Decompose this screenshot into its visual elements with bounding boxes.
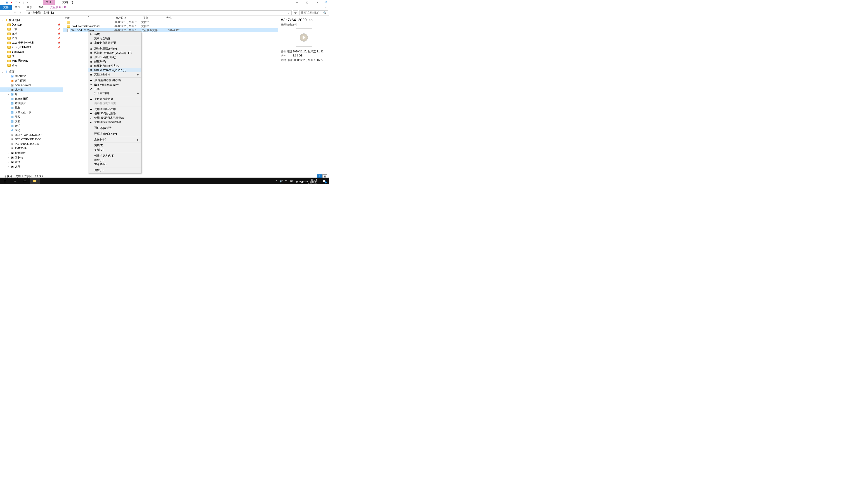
context-menu-item[interactable]: ◆用 蜂蜜浏览器 浏览(3) [88,78,141,83]
back-button[interactable]: ← [1,11,5,14]
file-row[interactable]: BaiduNetdiskDownload2020/12/25, 星期五 1...… [63,24,278,28]
nav-desktop-item[interactable]: ›▣此电脑 [0,88,63,92]
breadcrumb-pc[interactable]: 此电脑 [33,11,41,15]
col-date[interactable]: 修改日期 [114,15,141,20]
context-menu-item[interactable]: ●使用 360进行木马云查杀 [88,116,141,120]
breadcrumb-drive[interactable]: 文档 (E:) [43,11,54,15]
nav-other-item[interactable]: ›▣文件 [0,164,63,169]
qat-props-icon[interactable]: ▦ [5,1,9,4]
context-menu-item[interactable]: ✎Edit with Notepad++ [88,83,141,87]
context-menu-item[interactable]: 通过QQ发送到 [88,126,141,130]
context-menu-item[interactable]: 剪切(T) [88,143,141,148]
context-menu-item[interactable]: 还原以前的版本(V) [88,132,141,136]
recent-dropdown[interactable]: ▾ [13,12,17,14]
nav-desktop-item[interactable]: ▣OneDrive [0,74,63,78]
task-view-button[interactable]: ▭ [20,177,30,184]
tray-overflow-icon[interactable]: ^ [276,180,277,182]
taskbar-explorer[interactable] [30,177,40,184]
nav-network-pc[interactable]: 🖥DESKTOP-NJEU3CG [0,137,63,142]
context-menu-item[interactable]: ▦其他压缩命令▶ [88,72,141,76]
nav-quick-item[interactable]: 图片 [0,63,63,68]
tab-home[interactable]: 主页 [12,5,24,10]
col-size[interactable]: 大小 [164,15,182,20]
nav-lib-item[interactable]: ▥保存的图片 [0,96,63,101]
qat-undo-icon[interactable]: ↺ [13,1,17,4]
context-menu-item[interactable]: 刻录光盘映像 [88,36,141,41]
nav-quick-item[interactable]: excel表格制作求和📌 [0,40,63,45]
col-name[interactable]: 名称▴ [63,15,114,20]
context-menu-item[interactable]: 属性(R) [88,168,141,172]
refresh-button[interactable]: ⟳ [293,10,298,15]
nav-desktop-item[interactable]: ›▣库 [0,92,63,96]
notification-button[interactable]: 💬3 [320,177,328,184]
qat-customize-icon[interactable]: ▾ [26,1,29,4]
nav-quick-access[interactable]: ⌄★快速访问 [0,18,63,22]
col-type[interactable]: 类型 [141,15,164,20]
maximize-button[interactable]: ▢ [302,0,312,4]
tray-ime-icon[interactable]: 中 [285,180,287,183]
tab-disc-image-tools[interactable]: 光盘映像工具 [47,5,70,10]
context-menu-item[interactable]: ◆使用 360强力删除 [88,111,141,116]
nav-quick-item[interactable]: 图片📌 [0,36,63,40]
nav-lib-item[interactable]: ▥音乐 [0,124,63,128]
breadcrumb[interactable]: 🖥 › 此电脑 › 文档 (E:) › ⌄ [26,10,291,15]
context-menu-item[interactable]: 复制(C) [88,148,141,152]
context-menu-item[interactable]: 打开方式(H)▶ [88,91,141,95]
search-input[interactable]: 搜索"文档 (E:)" 🔍 [299,10,328,15]
nav-quick-item[interactable]: Desktop📌 [0,22,63,27]
tab-file[interactable]: 文件 [0,5,12,10]
nav-lib-item[interactable]: ▥本机照片 [0,101,63,105]
context-menu-item[interactable]: ◎装载 [88,32,141,36]
tray-volume-icon[interactable]: 🔊 [280,180,283,183]
nav-network[interactable]: ⌄🖧网络 [0,128,63,133]
search-icon[interactable]: 🔍 [323,11,327,14]
chevron-right-icon[interactable]: › [41,11,42,14]
context-menu-item[interactable]: 发送到(N)▶ [88,138,141,142]
chevron-right-icon[interactable]: › [31,11,32,14]
file-row[interactable]: 12020/12/15, 星期二 1...文件夹 [63,20,278,24]
context-menu-item[interactable]: 创建快捷方式(S) [88,154,141,158]
context-menu-item[interactable]: ●使用 360管理右键菜单 [88,120,141,124]
context-menu-item[interactable]: 删除(D) [88,158,141,162]
context-menu-item[interactable]: ▦添加到 "Win7x64_2020.zip" (T) [88,51,141,55]
up-button[interactable]: ↑ [19,11,23,14]
nav-quick-item[interactable]: Bandicam [0,50,63,54]
context-menu-item[interactable]: ☁上传到百度网盘 [88,97,141,101]
minimize-button[interactable]: — [292,0,302,4]
nav-quick-item[interactable]: win7重装win7 [0,59,63,63]
context-menu-item[interactable]: ▦添加到压缩文件(A)... [88,46,141,51]
context-menu-item[interactable]: 重命名(M) [88,162,141,166]
nav-network-pc[interactable]: 🖥ZMT2019 [0,146,63,151]
tab-share[interactable]: 共享 [24,5,35,10]
context-menu-item[interactable]: ▦解压到当前文件夹(X) [88,64,141,68]
context-menu-item[interactable]: ▦用360压缩打开(Q) [88,55,141,59]
search-button[interactable]: ⌕ [10,177,20,184]
nav-quick-item[interactable]: 下载📌 [0,27,63,31]
context-menu-item[interactable]: ▦解压到(F)... [88,59,141,64]
nav-lib-item[interactable]: ▥视频 [0,105,63,110]
start-button[interactable]: ⊞ [0,177,10,184]
nav-quick-item[interactable]: 文档📌 [0,31,63,36]
nav-desktop-item[interactable]: ▣WPS网盘 [0,78,63,83]
nav-lib-item[interactable]: ▥文档 [0,119,63,124]
help-button[interactable]: ⓘ [322,0,329,4]
context-menu-item[interactable]: ▦解压到 Win7x64_2020\ (E) [88,68,141,72]
qat-drop1-icon[interactable]: ▾ [18,1,21,4]
context-menu-item[interactable]: ↗共享 [88,87,141,91]
nav-quick-item[interactable]: G:\ [0,54,63,59]
nav-other-item[interactable]: ›▣控制面板 [0,151,63,155]
nav-lib-item[interactable]: ▥天翼云盘下载 [0,110,63,115]
context-menu-item[interactable]: ▦上传到有道云笔记 [88,41,141,45]
ribbon-collapse-icon[interactable]: ⌄ [322,5,329,10]
nav-network-pc[interactable]: 🖥PC-20190530OBLA [0,142,63,146]
nav-other-item[interactable]: ›▣回收站 [0,155,63,160]
chevron-right-icon[interactable]: › [55,11,55,14]
nav-desktop-item[interactable]: ▣Administrator [0,83,63,88]
nav-desktop-group[interactable]: ⌄🖥桌面 [0,69,63,74]
breadcrumb-drop-icon[interactable]: ⌄ [288,11,290,14]
tab-view[interactable]: 查看 [35,5,47,10]
nav-quick-item[interactable]: YUNQISHI2019📌 [0,45,63,50]
nav-other-item[interactable]: ›▣软件 [0,160,63,164]
taskbar-clock[interactable]: 16:32 2020/12/25, 星期五 [296,178,318,184]
nav-lib-item[interactable]: ▥图片 [0,115,63,119]
